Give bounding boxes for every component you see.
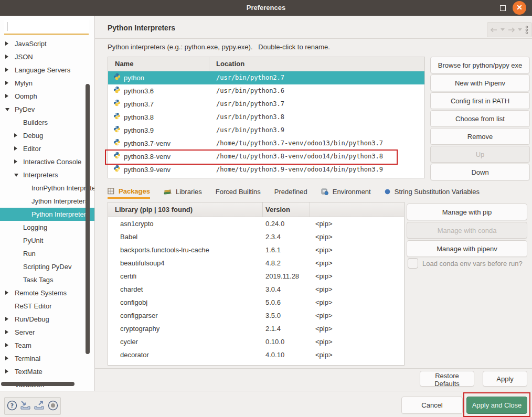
tab-string-substitution-variables[interactable]: String Substitution Variables (385, 185, 480, 199)
manage-with-pipenv-button[interactable]: Manage with pipenv (407, 240, 527, 257)
expand-icon[interactable] (5, 81, 8, 85)
package-row-configobj[interactable]: configobj5.0.6<pip> (108, 296, 404, 309)
sidebar-item-pydev[interactable]: PyDev (0, 103, 94, 116)
expand-icon[interactable] (14, 146, 17, 151)
down-button[interactable]: Down (430, 164, 530, 180)
forward-dropdown-icon[interactable] (518, 28, 522, 31)
package-row-backports-functools-lru-cache[interactable]: backports.functools-lru-cache1.6.1<pip> (108, 243, 404, 256)
recent-icon[interactable] (48, 400, 58, 412)
forward-arrow-icon[interactable] (508, 27, 515, 33)
expand-icon[interactable] (5, 55, 8, 59)
sidebar-item-textmate[interactable]: TextMate (0, 365, 94, 378)
sidebar-item-server[interactable]: Server (0, 326, 94, 339)
cancel-button[interactable]: Cancel (401, 397, 463, 414)
expand-icon[interactable] (14, 159, 17, 164)
package-row-babel[interactable]: Babel2.3.4<pip> (108, 230, 404, 243)
view-menu-icon[interactable] (525, 26, 528, 34)
config-first-in-path-button[interactable]: Config first in PATH (430, 92, 530, 109)
sidebar-item-mylyn[interactable]: Mylyn (0, 77, 94, 90)
sidebar-vertical-scrollbar[interactable] (86, 84, 90, 354)
expand-icon[interactable] (5, 330, 8, 334)
interpreter-row-python3.6[interactable]: python3.6/usr/bin/python3.6 (108, 84, 424, 98)
close-button[interactable]: ✕ (513, 1, 526, 15)
interpreter-row-python[interactable]: python/usr/bin/python2.7 (108, 71, 424, 84)
interpreter-row-python3.9-venv[interactable]: python3.9-venv/home/tu/python3.9-venv/od… (108, 163, 424, 176)
sidebar-item-pyunit[interactable]: PyUnit (0, 234, 94, 247)
interpreter-row-python3.7-venv[interactable]: python3.7-venv/home/tu/python3.7-venv/od… (108, 137, 424, 150)
sidebar-item-builders[interactable]: Builders (0, 116, 94, 129)
sidebar-item-interpreters[interactable]: Interpreters (0, 168, 94, 181)
sidebar-item-interactive-console[interactable]: Interactive Console (0, 155, 94, 168)
expand-icon[interactable] (5, 291, 8, 295)
interpreter-row-python3.7[interactable]: python3.7/usr/bin/python3.7 (108, 98, 424, 111)
expand-icon[interactable] (14, 133, 17, 137)
sidebar-item-terminal[interactable]: Terminal (0, 352, 94, 365)
tab-libraries[interactable]: Libraries (164, 185, 202, 199)
column-header-library[interactable]: Library (pip | 103 found) (108, 202, 263, 217)
load-conda-env-checkbox[interactable] (408, 258, 418, 269)
tab-predefined[interactable]: Predefined (274, 185, 307, 199)
apply-button[interactable]: Apply (483, 371, 527, 387)
expand-icon[interactable] (5, 41, 8, 46)
interpreter-row-python3.8-venv[interactable]: python3.8-venv/home/tu/python3.8-venv/od… (108, 150, 424, 163)
export-icon[interactable] (34, 400, 45, 412)
interpreter-row-python3.8[interactable]: python3.8/usr/bin/python3.8 (108, 111, 424, 124)
tab-environment[interactable]: Environment (321, 185, 371, 199)
collapse-icon[interactable] (5, 108, 9, 111)
sidebar-item-scripting-pydev[interactable]: Scripting PyDev (0, 260, 94, 273)
remove-button[interactable]: Remove (430, 128, 530, 145)
package-row-beautifulsoup4[interactable]: beautifulsoup44.8.2<pip> (108, 256, 404, 270)
expand-icon[interactable] (5, 317, 8, 321)
sidebar-item-editor[interactable]: Editor (0, 142, 94, 155)
expand-icon[interactable] (5, 94, 8, 98)
package-row-cycler[interactable]: cycler0.10.0<pip> (108, 335, 404, 348)
apply-and-close-button[interactable]: Apply and Close (466, 397, 527, 414)
package-row-asn1crypto[interactable]: asn1crypto0.24.0<pip> (108, 217, 404, 230)
import-icon[interactable] (20, 400, 31, 412)
sidebar-item-language-servers[interactable]: Language Servers (0, 63, 94, 77)
sidebar-item-rest-editor[interactable]: ReST Editor (0, 300, 94, 313)
expand-icon[interactable] (5, 369, 8, 373)
restore-defaults-button[interactable]: Restore Defaults (420, 371, 474, 387)
filter-input[interactable] (4, 20, 89, 35)
sidebar-item-ironpython-interpreters[interactable]: IronPython Interpreters (0, 181, 94, 195)
package-row-chardet[interactable]: chardet3.0.4<pip> (108, 283, 404, 296)
back-dropdown-icon[interactable] (501, 28, 505, 31)
up-button[interactable]: Up (430, 146, 530, 163)
package-row-cryptography[interactable]: cryptography2.1.4<pip> (108, 322, 404, 335)
expand-icon[interactable] (5, 343, 8, 347)
sidebar-item-debug[interactable]: Debug (0, 129, 94, 142)
back-arrow-icon[interactable] (491, 27, 497, 33)
expand-icon[interactable] (5, 356, 8, 360)
sidebar-item-run-debug[interactable]: Run/Debug (0, 313, 94, 326)
sidebar-item-javascript[interactable]: JavaScript (0, 37, 94, 50)
package-row-configparser[interactable]: configparser3.5.0<pip> (108, 309, 404, 322)
sidebar-item-team[interactable]: Team (0, 339, 94, 352)
sidebar-horizontal-scrollbar[interactable] (1, 382, 75, 386)
manage-with-pip-button[interactable]: Manage with pip (407, 204, 527, 220)
column-header-location[interactable]: Location (209, 57, 424, 71)
browse-for-python-pypy-exe-button[interactable]: Browse for python/pypy exe (430, 57, 530, 73)
collapse-icon[interactable] (14, 174, 18, 177)
package-row-certifi[interactable]: certifi2019.11.28<pip> (108, 270, 404, 283)
column-header-version[interactable]: Version (263, 202, 310, 217)
sidebar-item-json[interactable]: JSON (0, 50, 94, 63)
sidebar-item-python-interpreters[interactable]: Python Interpreters (0, 208, 94, 221)
column-header-name[interactable]: Name (108, 57, 209, 71)
tab-packages[interactable]: Packages (108, 185, 150, 199)
new-with-pipenv-button[interactable]: New with Pipenv (430, 74, 530, 91)
choose-from-list-button[interactable]: Choose from list (430, 110, 530, 127)
help-icon[interactable]: ? (7, 400, 17, 412)
expand-icon[interactable] (5, 68, 8, 72)
package-row-decorator[interactable]: decorator4.0.10<pip> (108, 348, 404, 361)
interpreter-row-python3.9[interactable]: python3.9/usr/bin/python3.9 (108, 124, 424, 137)
sidebar-item-jython-interpreters[interactable]: Jython Interpreters (0, 195, 94, 208)
sidebar-item-remote-systems[interactable]: Remote Systems (0, 286, 94, 300)
column-header-source[interactable] (310, 202, 404, 217)
manage-with-conda-button[interactable]: Manage with conda (407, 222, 527, 239)
sidebar-item-run[interactable]: Run (0, 247, 94, 260)
sidebar-item-task-tags[interactable]: Task Tags (0, 273, 94, 286)
sidebar-item-oomph[interactable]: Oomph (0, 90, 94, 103)
maximize-icon[interactable] (500, 5, 506, 11)
sidebar-item-logging[interactable]: Logging (0, 221, 94, 234)
